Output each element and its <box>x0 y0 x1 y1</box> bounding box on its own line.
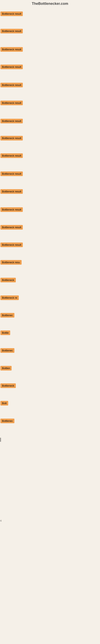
bottleneck-result-item: Bottlen <box>0 366 12 371</box>
site-title: TheBottlenecker.com <box>32 2 68 6</box>
bottleneck-badge[interactable]: Bottleneck result <box>0 189 23 194</box>
bottleneck-badge[interactable]: Bottleneck resu <box>0 260 22 265</box>
bottleneck-badge[interactable]: Bottleneck result <box>0 47 23 52</box>
bottleneck-result-item: Bottleneck result <box>0 189 23 194</box>
bottleneck-badge[interactable]: Bottleneck result <box>0 119 23 123</box>
bottleneck-result-item: Bottleneck result <box>0 83 23 88</box>
bottleneck-result-item: Bottleneck result <box>0 100 23 106</box>
bottleneck-result-item: Bottleneck resu <box>0 260 22 266</box>
small-label: c <box>0 519 1 522</box>
bottleneck-result-item: Bottleneck result <box>0 136 23 141</box>
bottleneck-badge[interactable]: Bottleneck result <box>0 207 23 212</box>
bottleneck-badge[interactable]: Bottleneck result <box>0 29 23 34</box>
bottleneck-badge[interactable]: Bottleneck result <box>0 225 23 230</box>
bottleneck-result-item: Bottlenec <box>0 418 14 424</box>
site-header: TheBottlenecker.com <box>0 0 100 9</box>
bottleneck-result-item: Bottleneck result <box>0 12 23 17</box>
bottleneck-result-item: Bottleneck <box>0 278 16 283</box>
bottleneck-badge[interactable]: Bottleneck result <box>0 83 23 87</box>
bottleneck-badge[interactable]: Bottlenec <box>0 418 14 423</box>
bottleneck-badge[interactable]: Bottleneck re <box>0 296 19 300</box>
bottleneck-result-item: Bottleneck <box>0 384 16 389</box>
bottleneck-result-item: Bott <box>0 401 8 406</box>
bottleneck-result-item: Bottleneck result <box>0 172 23 177</box>
bottleneck-badge[interactable]: Bottleneck result <box>0 100 23 105</box>
bottleneck-result-item: Bottle <box>0 330 10 336</box>
bottleneck-result-item: Bottlenec <box>0 348 14 354</box>
bottleneck-result-item: Bottleneck result <box>0 47 23 52</box>
main-page: TheBottlenecker.com Bottleneck resultBot… <box>0 0 100 644</box>
bottleneck-badge[interactable]: Bottleneck result <box>0 153 23 158</box>
bottleneck-result-item: Bottleneck result <box>0 119 23 124</box>
bottleneck-badge[interactable]: Bottlen <box>0 366 12 370</box>
bottleneck-result-item: Bottleneck result <box>0 225 23 230</box>
bottleneck-badge[interactable]: Bott <box>0 401 8 406</box>
bottleneck-result-item: Bottleneck result <box>0 207 23 213</box>
bottleneck-badge[interactable]: Bottlenec <box>0 348 14 353</box>
bottleneck-badge[interactable]: Bottle <box>0 330 10 335</box>
bottleneck-badge[interactable]: Bottlenec <box>0 313 14 318</box>
text-cursor <box>0 438 1 442</box>
bottleneck-result-item: Bottlenec <box>0 313 14 318</box>
bottleneck-result-item: Bottleneck result <box>0 64 23 70</box>
bottleneck-badge[interactable]: Bottleneck result <box>0 12 23 16</box>
bottleneck-result-item: Bottleneck result <box>0 153 23 159</box>
bottleneck-badge[interactable]: Bottleneck <box>0 384 16 388</box>
bottleneck-badge[interactable]: Bottleneck result <box>0 172 23 176</box>
bottleneck-badge[interactable]: Bottleneck result <box>0 64 23 69</box>
bottleneck-badge[interactable]: Bottleneck result <box>0 136 23 140</box>
bottleneck-badge[interactable]: Bottleneck result <box>0 242 23 247</box>
bottleneck-result-item: Bottleneck result <box>0 29 23 34</box>
bottleneck-result-item: Bottleneck result <box>0 242 23 248</box>
bottleneck-result-item: Bottleneck re <box>0 296 19 301</box>
bottleneck-badge[interactable]: Bottleneck <box>0 278 16 282</box>
